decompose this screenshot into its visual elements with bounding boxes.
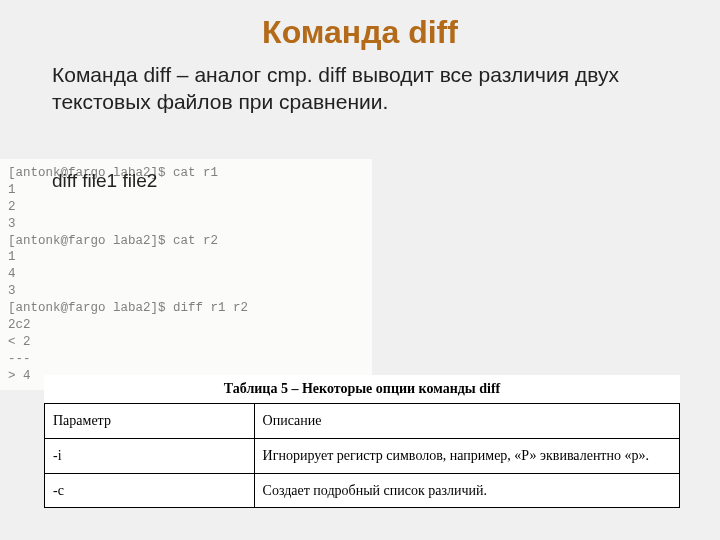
header-param: Параметр: [45, 404, 255, 439]
terminal-line: 1: [8, 250, 16, 264]
terminal-line: ---: [8, 352, 31, 366]
terminal-line: > 4: [8, 369, 31, 383]
header-desc: Описание: [254, 404, 679, 439]
terminal-line: 1: [8, 183, 16, 197]
cell-param: -c: [45, 473, 255, 508]
options-table: Параметр Описание -i Игнорирует регистр …: [44, 403, 680, 508]
terminal-line: 2: [8, 200, 16, 214]
cell-desc: Создает подробный список различий.: [254, 473, 679, 508]
terminal-line: 3: [8, 284, 16, 298]
terminal-line: < 2: [8, 335, 31, 349]
slide-description: Команда diff – аналог cmp. diff выводит …: [0, 61, 720, 126]
cell-desc: Игнорирует регистр символов, например, «…: [254, 438, 679, 473]
cell-param: -i: [45, 438, 255, 473]
terminal-output: [antonk@fargo laba2]$ cat r1 1 2 3 [anto…: [0, 159, 372, 390]
terminal-line: [antonk@fargo laba2]$ cat r2: [8, 234, 218, 248]
table-caption: Таблица 5 – Некоторые опции команды diff: [44, 375, 680, 403]
slide-title: Команда diff: [0, 0, 720, 61]
options-table-wrap: Таблица 5 – Некоторые опции команды diff…: [44, 375, 680, 508]
usage-text: diff file1 file2: [52, 170, 157, 192]
table-row: -i Игнорирует регистр символов, например…: [45, 438, 680, 473]
terminal-line: 4: [8, 267, 16, 281]
terminal-line: [antonk@fargo laba2]$ diff r1 r2: [8, 301, 248, 315]
terminal-line: 2c2: [8, 318, 31, 332]
terminal-line: 3: [8, 217, 16, 231]
table-header-row: Параметр Описание: [45, 404, 680, 439]
table-row: -c Создает подробный список различий.: [45, 473, 680, 508]
